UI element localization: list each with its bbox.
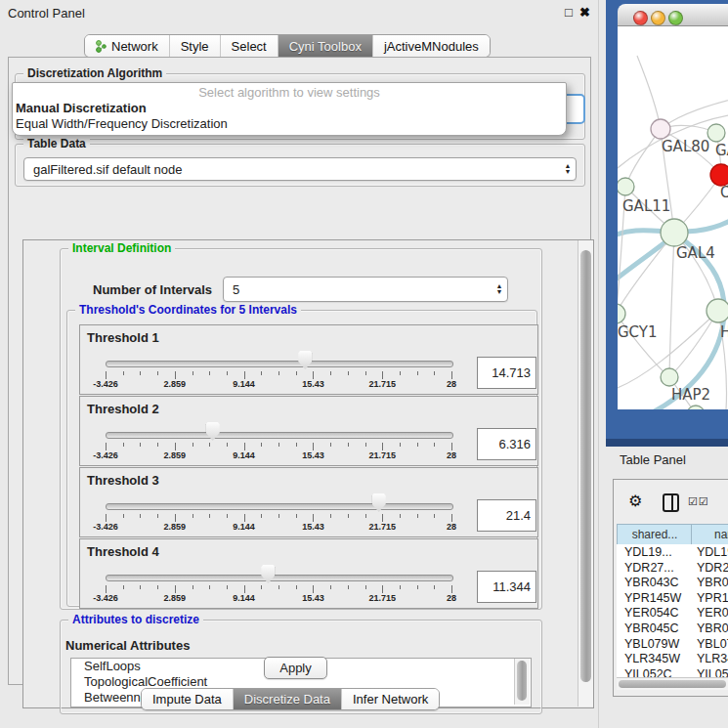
tick-mark bbox=[417, 514, 418, 518]
zoom-window-icon[interactable] bbox=[668, 11, 683, 25]
table-data-combobox[interactable]: galFiltered.sif default node ▲▼ bbox=[23, 157, 577, 181]
threshold-value-field[interactable]: 6.316 bbox=[477, 428, 536, 460]
tick-label: 21.715 bbox=[368, 450, 396, 460]
tick-label: 9.144 bbox=[233, 593, 255, 603]
tick-mark bbox=[417, 585, 418, 589]
table-data-selected: galFiltered.sif default node bbox=[24, 162, 560, 177]
tick-mark bbox=[261, 371, 262, 375]
network-node bbox=[687, 406, 705, 409]
tick-mark bbox=[106, 585, 107, 593]
combo-arrows-icon: ▲▼ bbox=[560, 163, 576, 175]
tick-mark bbox=[365, 371, 366, 375]
tick-mark bbox=[313, 585, 314, 593]
threshold-label: Threshold 2 bbox=[87, 402, 159, 416]
tick-mark bbox=[106, 514, 107, 522]
threshold-value-field[interactable]: 14.713 bbox=[477, 357, 536, 389]
threshold-value-field[interactable]: 11.344 bbox=[477, 571, 536, 603]
network-window-titlebar[interactable] bbox=[618, 4, 728, 26]
settings-scrollbar[interactable] bbox=[578, 240, 593, 707]
tick-mark bbox=[451, 514, 452, 522]
close-window-icon[interactable] bbox=[633, 11, 648, 25]
tick-mark bbox=[244, 514, 245, 522]
tick-mark bbox=[313, 514, 314, 522]
tick-mark bbox=[451, 443, 452, 450]
cell-shared-name: YBL079W bbox=[624, 637, 679, 651]
split-columns-icon[interactable] bbox=[663, 493, 679, 512]
dropdown-option[interactable]: Manual Discretization bbox=[13, 101, 566, 116]
tick-mark bbox=[157, 371, 158, 375]
tick-mark bbox=[400, 514, 401, 518]
tab-cyni-toolbox[interactable]: Cyni Toolbox bbox=[278, 35, 373, 57]
tab-select[interactable]: Select bbox=[221, 35, 278, 57]
tab-impute-data[interactable]: Impute Data bbox=[142, 689, 234, 709]
slider-track[interactable] bbox=[106, 575, 453, 581]
dropdown-option[interactable]: Equal Width/Frequency Discretization bbox=[13, 116, 566, 132]
tick-mark bbox=[106, 371, 107, 379]
tab-network[interactable]: Network bbox=[85, 35, 170, 57]
tick-mark bbox=[175, 585, 176, 593]
tick-mark bbox=[330, 371, 331, 375]
attributes-list-scrollbar[interactable] bbox=[514, 659, 530, 705]
tick-label: 9.144 bbox=[233, 379, 255, 389]
table-data-group-title: Table Data bbox=[23, 137, 90, 150]
slider-track[interactable] bbox=[106, 503, 453, 510]
tick-mark bbox=[261, 514, 262, 518]
tab-jactivemnodules[interactable]: jActiveMNodules bbox=[373, 35, 490, 57]
cell-shared-name: YER054C bbox=[624, 606, 679, 620]
network-node bbox=[618, 178, 634, 195]
tick-mark bbox=[400, 443, 401, 447]
network-edge bbox=[669, 311, 718, 377]
tab-label: Cyni Toolbox bbox=[289, 39, 362, 54]
tick-mark bbox=[434, 514, 435, 518]
column-header-shared[interactable]: shared... bbox=[617, 524, 693, 545]
network-node-label: GAL11 bbox=[622, 197, 670, 215]
network-node-label: HAP2 bbox=[671, 386, 710, 404]
tick-label: -3.426 bbox=[93, 379, 118, 389]
tick-mark bbox=[313, 371, 314, 379]
tick-mark bbox=[330, 443, 331, 447]
minimize-window-icon[interactable] bbox=[651, 11, 665, 25]
close-panel-icon[interactable]: ✖ bbox=[579, 5, 590, 20]
tick-mark bbox=[261, 443, 262, 447]
network-node-label: GAL4 bbox=[676, 244, 715, 262]
tab-infer-network[interactable]: Infer Network bbox=[342, 689, 439, 709]
slider-track[interactable] bbox=[106, 432, 453, 439]
select-columns-icon[interactable]: ☑☑ bbox=[688, 495, 709, 508]
threshold-label: Threshold 1 bbox=[87, 330, 159, 345]
panel-title: Control Panel bbox=[8, 6, 85, 21]
tab-discretize-data[interactable]: Discretize Data bbox=[234, 689, 342, 709]
tick-mark bbox=[278, 514, 279, 518]
network-node bbox=[618, 304, 625, 323]
float-panel-icon[interactable]: □ bbox=[565, 5, 573, 20]
num-intervals-combobox[interactable]: 5 ▲▼ bbox=[223, 277, 508, 302]
tick-label: 9.144 bbox=[233, 450, 255, 460]
column-header-name[interactable]: name bbox=[691, 524, 728, 545]
cell-name: YDL19... bbox=[697, 545, 728, 559]
thresholds-groupbox: Threshold's Coordinates for 5 Intervals … bbox=[66, 310, 537, 607]
tick-mark bbox=[227, 514, 228, 518]
tick-mark bbox=[278, 371, 279, 375]
tick-mark bbox=[365, 514, 366, 518]
tick-mark bbox=[175, 371, 176, 379]
tab-style[interactable]: Style bbox=[170, 35, 221, 57]
gear-icon[interactable]: ⚙ bbox=[628, 492, 642, 510]
slider-track[interactable] bbox=[106, 361, 453, 367]
bottom-tab-bar: Impute DataDiscretize DataInfer Network bbox=[141, 688, 440, 710]
network-view-canvas[interactable]: GAL80GACGAL11GAL4GCY1HHAP2 bbox=[618, 26, 728, 409]
tick-mark bbox=[209, 443, 210, 447]
table-hscrollbar[interactable] bbox=[617, 677, 728, 690]
tick-mark bbox=[227, 585, 228, 589]
tick-label: -3.426 bbox=[93, 522, 118, 532]
tick-mark bbox=[244, 585, 245, 593]
tick-mark bbox=[123, 443, 124, 447]
tick-label: 28 bbox=[447, 522, 456, 532]
tick-mark bbox=[227, 443, 228, 447]
tab-label: Style bbox=[181, 39, 209, 54]
threshold-value-field[interactable]: 21.4 bbox=[477, 499, 536, 532]
table-body[interactable]: YDL19...YDL19...YDR27...YDR27...YBR043CY… bbox=[617, 544, 728, 677]
tick-mark bbox=[417, 443, 418, 447]
apply-button[interactable]: Apply bbox=[264, 657, 327, 679]
tick-label: 21.715 bbox=[368, 593, 396, 603]
top-tab-bar: NetworkStyleSelectCyni ToolboxjActiveMNo… bbox=[84, 34, 491, 58]
network-edge bbox=[637, 56, 661, 129]
